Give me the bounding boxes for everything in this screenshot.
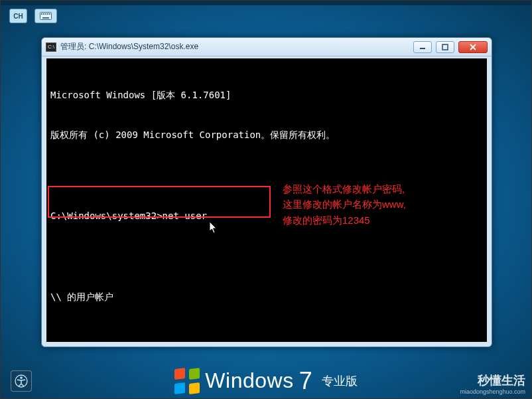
- svg-rect-1: [41, 13, 42, 15]
- svg-rect-3: [45, 13, 46, 15]
- minimize-button[interactable]: [413, 41, 432, 53]
- lang-mode-indicator[interactable]: CH: [9, 9, 27, 23]
- watermark: 秒懂生活 miaodongshenghuo.com: [460, 372, 525, 395]
- cmd-window: C:\ 管理员: C:\Windows\System32\osk.exe Mic…: [41, 37, 492, 347]
- svg-rect-6: [42, 17, 49, 19]
- svg-rect-2: [43, 13, 44, 15]
- terminal-line: C:\Windows\system32>net user: [50, 209, 483, 222]
- brand-text: Windows: [205, 368, 293, 393]
- windows-flag-icon: [174, 368, 200, 394]
- watermark-url: miaodongshenghuo.com: [460, 388, 525, 395]
- ease-of-access-button[interactable]: [11, 370, 32, 392]
- annotation-text: 参照这个格式修改帐户密码, 这里修改的帐户名称为www, 修改的密码为12345: [283, 181, 406, 228]
- maximize-button[interactable]: [436, 41, 454, 53]
- keyboard-icon[interactable]: [34, 9, 57, 23]
- watermark-title: 秒懂生活: [460, 372, 525, 388]
- terminal-output[interactable]: Microsoft Windows [版本 6.1.7601] 版权所有 (c)…: [46, 58, 487, 342]
- terminal-line: 版权所有 (c) 2009 Microsoft Corporation。保留所有…: [50, 128, 483, 141]
- terminal-line: [50, 331, 483, 342]
- windows7-logo: Windows 7 专业版: [174, 367, 357, 395]
- mouse-cursor-icon: [210, 222, 218, 234]
- lang-mode-label: CH: [13, 13, 23, 20]
- svg-point-12: [20, 376, 23, 379]
- window-title: 管理员: C:\Windows\System32\osk.exe: [60, 41, 409, 52]
- terminal-line: [50, 169, 483, 182]
- bottom-bar: Windows 7 专业版: [0, 362, 532, 399]
- terminal-line: Microsoft Windows [版本 6.1.7601]: [50, 88, 483, 102]
- brand-edition: 专业版: [322, 373, 358, 389]
- terminal-line: \\ 的用户帐户: [50, 290, 483, 303]
- cmd-icon: C:\: [46, 42, 56, 52]
- titlebar[interactable]: C:\ 管理员: C:\Windows\System32\osk.exe: [42, 38, 492, 56]
- close-button[interactable]: [458, 41, 488, 53]
- svg-rect-8: [442, 44, 448, 50]
- brand-seven: 7: [299, 367, 312, 395]
- svg-rect-5: [49, 13, 50, 15]
- svg-rect-4: [47, 13, 48, 15]
- terminal-line: [50, 250, 483, 263]
